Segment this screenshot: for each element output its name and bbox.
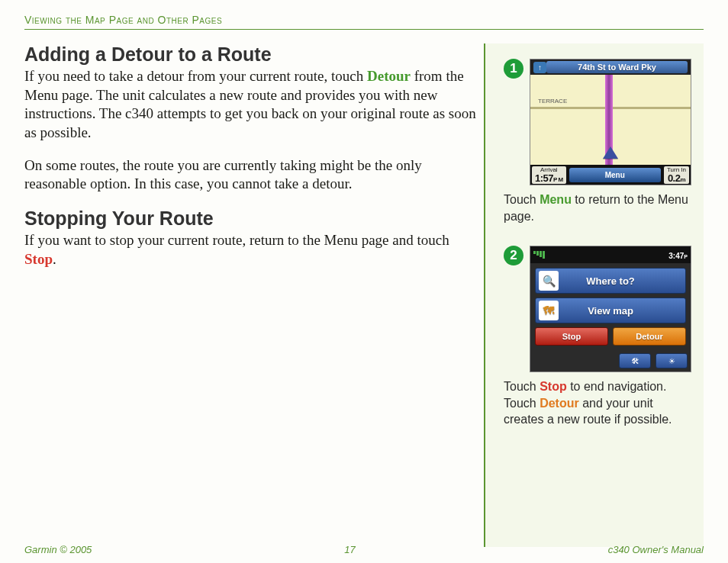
- paragraph-detour-limits: On some routes, the route you are curren…: [24, 156, 476, 194]
- text: If you want to stop your current route, …: [24, 232, 449, 248]
- stop-detour-row: Stop Detour: [535, 327, 686, 346]
- gps-bottom-bar: Arrival 1:57P M Menu Turn In 0.2m: [530, 165, 691, 185]
- brightness-button[interactable]: ☀: [656, 353, 688, 368]
- footer-left: Garmin © 2005: [24, 544, 92, 555]
- step-1-row: 1 ↑ 74th St to Ward Pky TERRACE: [504, 59, 691, 185]
- map-street-label: TERRACE: [538, 98, 567, 105]
- brightness-icon: ☀: [668, 357, 675, 365]
- arrival-time-value: 1:57: [535, 172, 553, 184]
- clock-time: 3:47: [668, 252, 684, 260]
- columns: Adding a Detour to a Route If you need t…: [24, 43, 704, 547]
- turn-distance-unit: m: [680, 176, 685, 183]
- where-to-label: Where to?: [586, 275, 635, 287]
- turn-in-panel: Turn In 0.2m: [664, 166, 689, 184]
- gps-menu-footer: 🛠 ☀: [530, 350, 691, 372]
- turn-distance-value: 0.2: [668, 172, 681, 184]
- gps-screenshot-map: ↑ 74th St to Ward Pky TERRACE Arrival 1: [530, 59, 691, 185]
- text: Touch: [504, 193, 540, 206]
- text: .: [53, 251, 56, 267]
- main-column: Adding a Detour to a Route If you need t…: [24, 43, 484, 547]
- search-icon: 🔍: [539, 271, 559, 291]
- gps-map-area: TERRACE: [530, 75, 691, 165]
- gps-screenshot-menu: 3:47P 🔍 Where to? 🗺 View map: [530, 246, 691, 372]
- side-column: 1 ↑ 74th St to Ward Pky TERRACE: [484, 43, 704, 547]
- wrench-icon: 🛠: [631, 357, 639, 365]
- detour-button[interactable]: Detour: [613, 327, 686, 346]
- gps-top-bar: ↑ 74th St to Ward Pky: [530, 60, 691, 75]
- arrival-ampm: P M: [553, 176, 563, 183]
- destination-label: 74th St to Ward Pky: [546, 61, 688, 73]
- where-to-button[interactable]: 🔍 Where to?: [535, 268, 686, 294]
- stop-button[interactable]: Stop: [535, 327, 608, 346]
- clock-ampm: P: [684, 254, 688, 259]
- page-footer: Garmin © 2005 17 c340 Owner's Manual: [24, 544, 704, 555]
- settings-button[interactable]: 🛠: [619, 353, 651, 368]
- clock: 3:47P: [668, 248, 688, 262]
- text: Touch: [504, 380, 540, 393]
- step-1-caption: Touch Menu to return to the Menu page.: [504, 191, 691, 224]
- breadcrumb: Viewing the Map Page and Other Pages: [24, 14, 704, 30]
- paragraph-stop-route: If you want to stop your current route, …: [24, 231, 476, 269]
- keyword-menu: Menu: [540, 193, 572, 206]
- vehicle-cursor-icon: [603, 146, 618, 159]
- step-badge-1: 1: [504, 59, 523, 79]
- arrival-panel: Arrival 1:57P M: [532, 166, 566, 184]
- step-2-row: 2 3:47P 🔍 Where to?: [504, 246, 691, 372]
- footer-right: c340 Owner's Manual: [608, 544, 704, 555]
- step-2-caption: Touch Stop to end navigation. Touch Deto…: [504, 378, 691, 428]
- heading-adding-detour: Adding a Detour to a Route: [24, 43, 476, 66]
- keyword-detour: Detour: [540, 397, 579, 410]
- page-number: 17: [344, 544, 355, 555]
- heading-stopping-route: Stopping Your Route: [24, 208, 476, 230]
- keyword-stop: Stop: [540, 380, 567, 393]
- paragraph-detour-intro: If you need to take a detour from your c…: [24, 67, 476, 143]
- menu-button[interactable]: Menu: [569, 168, 661, 182]
- keyword-detour: Detour: [367, 68, 411, 84]
- step-badge-2: 2: [504, 246, 523, 265]
- signal-icon: [533, 251, 545, 259]
- page: Viewing the Map Page and Other Pages Add…: [0, 0, 728, 563]
- gps-status-bar: 3:47P: [530, 246, 691, 263]
- direction-arrow-icon: ↑: [533, 62, 546, 73]
- map-icon: 🗺: [539, 301, 559, 320]
- keyword-stop: Stop: [24, 251, 53, 267]
- gps-menu-body: 🔍 Where to? 🗺 View map Stop Detour: [530, 263, 691, 350]
- view-map-button[interactable]: 🗺 View map: [535, 298, 686, 323]
- view-map-label: View map: [588, 305, 633, 317]
- text: If you need to take a detour from your c…: [24, 68, 367, 84]
